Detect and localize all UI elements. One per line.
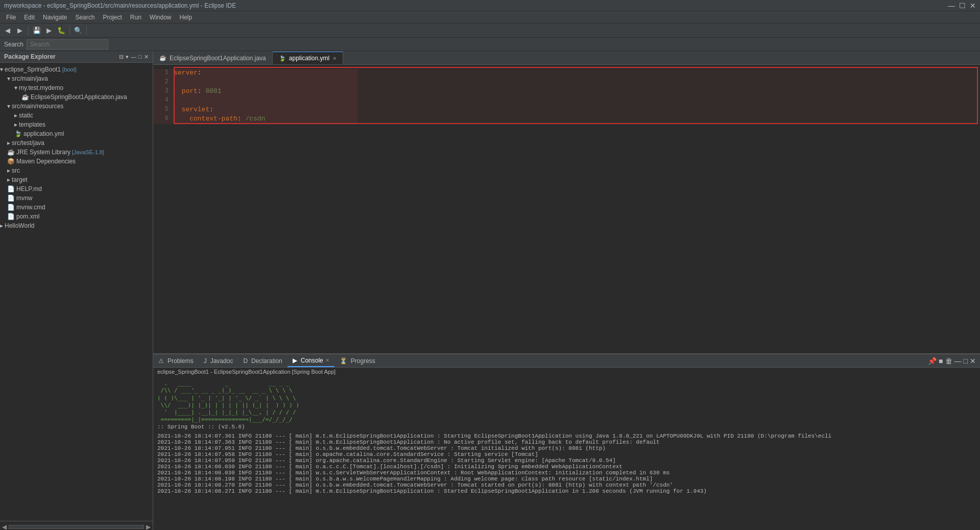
tree-item-src-main-resources[interactable]: ▾src/main/resources <box>0 102 153 111</box>
toolbar-forward-button[interactable]: ▶ <box>14 25 26 36</box>
tree-item-root[interactable]: ▾eclipse_SpringBoot1 [boot] <box>0 65 153 74</box>
pe-tree: ▾eclipse_SpringBoot1 [boot]▾src/main/jav… <box>0 63 153 521</box>
spring-logo: . ____ _ __ _ _ /\\ / ___'_ __ _ _(_)_ _… <box>157 380 976 424</box>
tree-item-jre-system[interactable]: ☕JRE System Library [JavaSE-1.8] <box>0 148 153 157</box>
tree-item-src-main-java[interactable]: ▾src/main/java <box>0 74 153 83</box>
tab-application-yml-tab[interactable]: 🍃application.yml ✕ <box>273 52 343 64</box>
pe-controls: ⊟ ▾ — □ ✕ <box>119 54 149 60</box>
btab-maximize[interactable]: □ <box>964 357 968 365</box>
bottom-tab-progress[interactable]: ⏳Progress <box>334 355 380 367</box>
tree-icon: ▸ <box>7 167 10 174</box>
tab-close-btn[interactable]: ✕ <box>332 56 337 61</box>
tree-item-help-md[interactable]: 📄HELP.md <box>0 184 153 194</box>
code-editor[interactable]: 1server:23 port: 808145 servlet:6 contex… <box>153 65 980 353</box>
pe-collapse-btn[interactable]: ⊟ <box>119 54 124 60</box>
bottom-tab-problems[interactable]: ⚠Problems <box>153 355 199 367</box>
tab-icon: ☕ <box>159 55 166 61</box>
tree-item-target[interactable]: ▸target <box>0 175 153 184</box>
pe-minimize-btn[interactable]: — <box>131 54 136 60</box>
console-log-line: 2021-10-26 18:14:07.958 INFO 21180 --- [… <box>157 451 976 457</box>
tree-icon: ▾ <box>7 103 10 110</box>
btab-label: Problems <box>168 357 194 365</box>
tree-icon: 📦 <box>7 158 15 165</box>
btab-label: Declaration <box>251 357 282 365</box>
toolbar-back-button[interactable]: ◀ <box>2 25 13 36</box>
menu-item-project[interactable]: Project <box>99 13 126 22</box>
btab-pin[interactable]: 📌 <box>928 357 937 365</box>
pe-scroll-right[interactable]: ▶ <box>146 523 151 531</box>
line-number: 2 <box>153 78 174 85</box>
line-number: 6 <box>153 115 174 122</box>
tree-badge: [JavaSE-1.8] <box>72 149 104 155</box>
tree-label: templates <box>19 121 45 128</box>
tree-item-pom-xml[interactable]: 📄pom.xml <box>0 212 153 221</box>
tree-item-maven-deps[interactable]: 📦Maven Dependencies <box>0 157 153 166</box>
pe-menu-btn[interactable]: ▾ <box>126 54 129 60</box>
tree-label: HELP.md <box>16 185 42 192</box>
tree-icon: 📄 <box>7 195 15 202</box>
toolbar-search-button[interactable]: 🔍 <box>73 25 84 36</box>
tree-icon: ▾ <box>14 84 17 91</box>
btab-minimize[interactable]: — <box>954 357 962 365</box>
console-log-line: 2021-10-26 18:14:07.951 INFO 21180 --- [… <box>157 445 976 451</box>
menu-item-window[interactable]: Window <box>146 13 176 22</box>
tree-item-mvnw[interactable]: 📄mvnw <box>0 194 153 203</box>
console-log-line: 2021-10-26 18:14:08.030 INFO 21180 --- [… <box>157 464 976 470</box>
tree-label: Maven Dependencies <box>16 158 76 165</box>
title-text: myworkspace - eclipse_SpringBoot1/src/ma… <box>4 2 236 9</box>
tree-label: mvnw <box>16 195 32 202</box>
menu-item-navigate[interactable]: Navigate <box>39 13 71 22</box>
menu-item-run[interactable]: Run <box>126 13 146 22</box>
tree-icon: 📄 <box>7 213 15 220</box>
tree-icon: ▸ <box>0 222 3 229</box>
tree-item-mvnw-cmd[interactable]: 📄mvnw.cmd <box>0 203 153 212</box>
bottom-tab-declaration[interactable]: DDeclaration <box>238 355 287 367</box>
toolbar-debug-button[interactable]: 🐛 <box>56 25 67 36</box>
toolbar-save-button[interactable]: 💾 <box>31 25 42 36</box>
pe-header: Package Explorer ⊟ ▾ — □ ✕ <box>0 51 153 63</box>
minimize-button[interactable]: — <box>948 2 955 10</box>
console-log-line: 2021-10-26 18:14:07.363 INFO 21180 --- [… <box>157 439 976 445</box>
pe-close-btn[interactable]: ✕ <box>144 54 149 60</box>
maximize-button[interactable]: ☐ <box>959 2 966 10</box>
tree-label: application.yml <box>23 130 64 137</box>
line-content: port: 8081 <box>174 87 222 95</box>
btab-close[interactable]: ✕ <box>970 357 976 365</box>
toolbar-run-button[interactable]: ▶ <box>43 25 55 36</box>
btab-icon: D <box>243 357 248 365</box>
code-line-2: 2 <box>153 78 357 87</box>
menu-item-file[interactable]: File <box>2 13 20 22</box>
tab-app-java-tab[interactable]: ☕EclipseSpringBoot1Application.java <box>153 52 273 64</box>
bottom-tab-console[interactable]: ▶Console ✕ <box>288 355 334 367</box>
btab-stop[interactable]: ■ <box>939 357 943 365</box>
tree-item-static[interactable]: ▸static <box>0 111 153 120</box>
menu-item-edit[interactable]: Edit <box>20 13 39 22</box>
tree-icon: ▸ <box>7 176 10 183</box>
tree-item-src[interactable]: ▸src <box>0 166 153 175</box>
tree-label: eclipse_SpringBoot1 <box>5 66 61 73</box>
tree-icon: ▸ <box>14 112 17 119</box>
tree-item-my-test-mydemo[interactable]: ▾my.test.mydemo <box>0 83 153 92</box>
close-button[interactable]: ✕ <box>970 2 976 10</box>
search-input[interactable] <box>27 39 108 50</box>
bottom-tab-javadoc[interactable]: JJavadoc <box>199 355 238 367</box>
toolbar-separator-1 <box>28 26 29 35</box>
console-content[interactable]: . ____ _ __ _ _ /\\ / ___'_ __ _ _(_)_ _… <box>153 378 980 530</box>
tree-icon: ▸ <box>14 121 17 128</box>
menu-item-help[interactable]: Help <box>176 13 197 22</box>
console-log-lines: 2021-10-26 18:14:07.361 INFO 21180 --- [… <box>157 433 976 494</box>
pe-maximize-btn[interactable]: □ <box>138 54 142 60</box>
console-log-line: 2021-10-26 18:14:08.270 INFO 21180 --- [… <box>157 482 976 488</box>
btab-label: Javadoc <box>210 357 233 365</box>
tree-item-templates[interactable]: ▸templates <box>0 120 153 129</box>
tree-item-src-test-java[interactable]: ▸src/test/java <box>0 138 153 148</box>
pe-scroll-left[interactable]: ◀ <box>2 523 7 531</box>
tree-item-helloworld[interactable]: ▸HelloWorld <box>0 221 153 230</box>
menu-item-search[interactable]: Search <box>71 13 99 22</box>
btab-close-btn[interactable]: ✕ <box>325 357 329 363</box>
btab-clear[interactable]: 🗑 <box>945 357 952 365</box>
tree-item-app-java[interactable]: ☕EclipseSpringBoot1Application.java <box>0 92 153 102</box>
tree-label: JRE System Library <box>16 149 70 156</box>
line-number: 4 <box>153 97 174 104</box>
tree-item-application-yml[interactable]: 🍃application.yml <box>0 129 153 138</box>
